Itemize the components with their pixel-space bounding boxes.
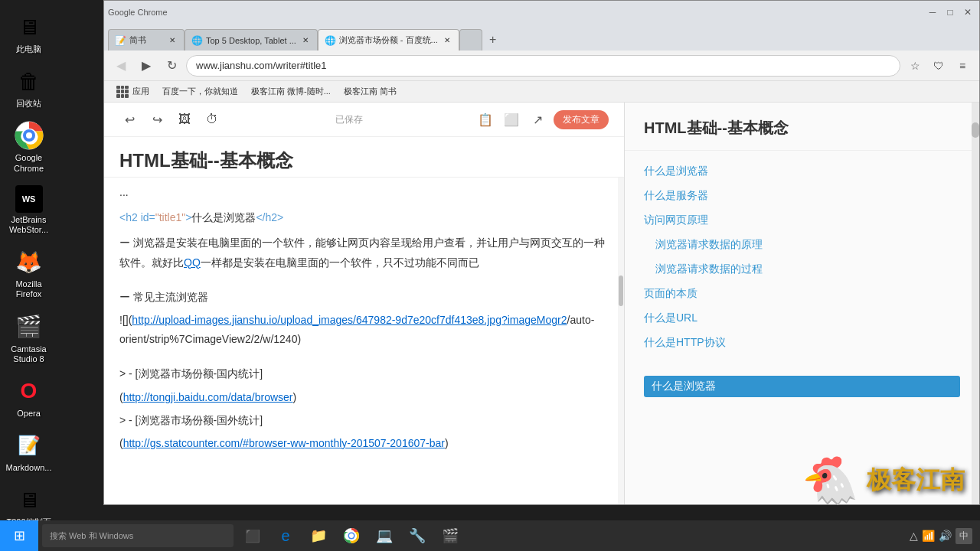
taskbar-chrome[interactable] — [336, 520, 367, 551]
recycle-icon: 🗑 — [14, 66, 44, 96]
url-text: www.jianshu.com/writer#title1 — [196, 60, 327, 71]
toc-item-request-process[interactable]: 浏览器请求数据的过程 — [644, 260, 960, 279]
editor-toolbar: ↩ ↪ 🖼 ⏱ 已保存 📋 ⬜ ↗ 发布文章 — [104, 103, 624, 137]
jianshu-tab-close[interactable]: ✕ — [167, 35, 178, 46]
content-image-link: ![](http://upload-images.jianshu.io/uplo… — [119, 311, 609, 349]
close-button[interactable]: ✕ — [960, 5, 975, 20]
shield-button[interactable]: 🛡 — [928, 55, 949, 77]
title-bar: Google Chrome ─ □ ✕ — [104, 1, 979, 24]
editor-content[interactable]: ··· <h2 id="title1">什么是浏览器</h2> ー 浏览器是安装… — [104, 178, 624, 465]
nav-right-buttons: ☆ 🛡 ≡ — [904, 55, 973, 77]
desktop-icon-opera[interactable]: O Opera — [2, 372, 56, 422]
top5-tab-title: Top 5 Desktop, Tablet ... — [206, 36, 296, 45]
svg-point-3 — [26, 132, 32, 139]
minimize-button[interactable]: ─ — [925, 5, 940, 20]
copy-button[interactable]: 📋 — [475, 109, 495, 129]
jetbrains-icon: WS — [15, 185, 43, 213]
desktop-icon-chrome[interactable]: GoogleChrome — [2, 116, 56, 177]
computer-label: 此电脑 — [16, 44, 41, 54]
desktop-icon-computer[interactable]: 🖥 此电脑 — [2, 8, 56, 58]
markdown-label: Markdown... — [6, 463, 52, 473]
toc-list: 什么是浏览器 什么是服务器 访问网页原理 浏览器请求数据的原理 浏览器请求数据的… — [625, 151, 979, 409]
desktop-icon-recycle[interactable]: 🗑 回收站 — [2, 62, 56, 112]
chrome-label: GoogleChrome — [14, 153, 44, 173]
bookmark-geekjiangnan-weibo[interactable]: 极客江南 微博-随时... — [247, 84, 335, 99]
forward-button[interactable]: ▶ — [136, 55, 157, 77]
brand-mascot: 🐔 — [802, 453, 859, 507]
new-tab-button[interactable]: + — [482, 29, 504, 51]
toc-item-access[interactable]: 访问网页原理 — [644, 211, 960, 230]
image-button[interactable]: 🖼 — [175, 109, 194, 129]
firefox-icon: 🦊 — [14, 246, 44, 277]
apps-grid-icon — [115, 84, 130, 99]
taskbar-explorer[interactable]: 📁 — [303, 520, 334, 551]
bookmark-star-button[interactable]: ☆ — [904, 55, 926, 77]
layout-button[interactable]: ⬜ — [501, 109, 521, 129]
camtasia-icon: 🎬 — [14, 311, 44, 342]
jianshu-favicon: 📝 — [115, 35, 126, 46]
desktop: 🖥 此电脑 🗑 回收站 GoogleChrome WS — [0, 0, 980, 551]
bookmark-apps[interactable]: 应用 — [110, 83, 154, 101]
tab-empty[interactable] — [459, 29, 482, 51]
content-domestic-stats: > - [浏览器市场份额-国内统计] — [119, 364, 609, 383]
toc-item-request-principle[interactable]: 浏览器请求数据的原理 — [644, 236, 960, 254]
preview-scrollbar-thumb — [972, 122, 979, 138]
jetbrains-label: JetBrains WebStor... — [5, 215, 54, 235]
toc-item-http[interactable]: 什么是HTTP协议 — [644, 334, 960, 352]
weibo-bookmark-label: 极客江南 微博-随时... — [251, 86, 331, 97]
taskbar-icon7[interactable]: 🎬 — [435, 520, 466, 551]
taskbar-task-view[interactable]: ⬛ — [237, 520, 268, 551]
apps-label: 应用 — [132, 86, 149, 97]
toc-item-page-essence[interactable]: 页面的本质 — [644, 285, 960, 303]
publish-button[interactable]: 发布文章 — [554, 110, 609, 129]
browser-market-tab-title: 浏览器市场份额 - 百度统... — [339, 34, 438, 46]
browser-market-tab-close[interactable]: ✕ — [442, 35, 452, 46]
clock-button[interactable]: ⏱ — [202, 109, 222, 129]
taskbar-icons: ⬛ e 📁 💻 🔧 🎬 — [237, 520, 466, 551]
editor-tools-left: ↩ ↪ 🖼 ⏱ — [119, 109, 222, 129]
taskbar-edge[interactable]: e — [270, 520, 301, 551]
window-controls: ─ □ ✕ — [925, 5, 975, 20]
markdown-icon: 📝 — [14, 430, 44, 461]
menu-button[interactable]: ≡ — [952, 55, 973, 77]
top5-tab-close[interactable]: ✕ — [300, 35, 311, 46]
toc-item-server[interactable]: 什么是服务器 — [644, 187, 960, 205]
undo-button[interactable]: ↩ — [119, 109, 139, 129]
desktop-icon-firefox[interactable]: 🦊 Mozilla Firefox — [2, 243, 56, 303]
toc-item-url[interactable]: 什么是URL — [644, 309, 960, 328]
browser-market-favicon: 🌐 — [325, 35, 335, 46]
editor-scrollbar-thumb — [619, 276, 623, 306]
content-spacer1 — [119, 276, 609, 284]
desktop-icon-markdown[interactable]: 📝 Markdown... — [2, 426, 56, 477]
tab-top5[interactable]: 🌐 Top 5 Desktop, Tablet ... ✕ — [185, 29, 318, 51]
maximize-button[interactable]: □ — [942, 5, 958, 20]
taskbar-icon6[interactable]: 🔧 — [402, 520, 433, 551]
refresh-button[interactable]: ↻ — [161, 55, 182, 77]
address-bar[interactable]: www.jianshu.com/writer#title1 — [186, 55, 900, 77]
bookmark-baidu[interactable]: 百度一下，你就知道 — [158, 84, 243, 99]
chrome-icon — [14, 120, 44, 151]
toc-item-browser-highlight[interactable]: 什么是浏览器 — [644, 376, 960, 397]
content-spacer2 — [119, 353, 609, 360]
desktop-icon-jetbrains[interactable]: WS JetBrains WebStor... — [2, 181, 56, 239]
expand-button[interactable]: ↗ — [528, 109, 547, 129]
start-button[interactable]: ⊞ — [0, 520, 38, 551]
taskbar-ime[interactable]: 中 — [956, 528, 972, 544]
taskbar-notifications: △ — [910, 530, 918, 542]
brand-watermark: 🐔 极客江南 — [712, 444, 980, 517]
opera-icon: O — [14, 376, 44, 406]
taskbar-search[interactable]: 搜索 Web 和 Windows — [42, 524, 234, 547]
computer-icon: 🖥 — [14, 11, 44, 42]
toc-item-browser[interactable]: 什么是浏览器 — [644, 162, 960, 181]
taskbar-icon5[interactable]: 💻 — [369, 520, 400, 551]
bookmark-geekjiangnan-jianshu[interactable]: 极客江南 简书 — [339, 84, 401, 99]
t800-icon: 🖥 — [14, 484, 44, 515]
tab-jianshu[interactable]: 📝 简书 ✕ — [108, 29, 185, 51]
tab-browser-market[interactable]: 🌐 浏览器市场份额 - 百度统... ✕ — [318, 29, 459, 51]
back-button[interactable]: ◀ — [110, 55, 132, 77]
desktop-icon-camtasia[interactable]: 🎬 Camtasia Studio 8 — [2, 308, 56, 368]
taskbar-volume: 🔊 — [939, 530, 952, 542]
redo-button[interactable]: ↪ — [147, 109, 167, 129]
editor-scrollbar[interactable] — [618, 178, 624, 504]
opera-label: Opera — [17, 409, 41, 419]
